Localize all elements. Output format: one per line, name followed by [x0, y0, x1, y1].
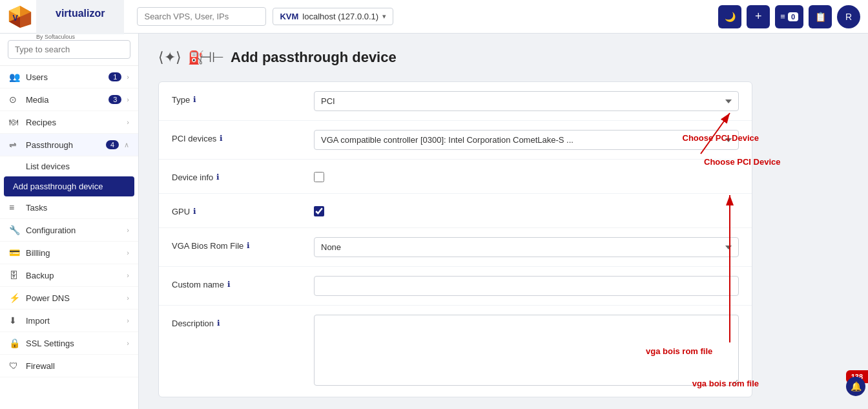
passthrough-icon: ⇌ [9, 140, 21, 150]
type-select[interactable]: PCI USB [314, 91, 739, 111]
gpu-label: GPU ℹ [172, 203, 301, 216]
media-icon: ⊙ [9, 94, 21, 105]
pci-devices-label: PCI devices ℹ [172, 130, 301, 143]
chevron-right-icon: › [127, 249, 129, 257]
power-dns-icon: ⚡ [9, 293, 21, 303]
submit-row: Add passthrough device [158, 397, 752, 409]
user-avatar-button[interactable]: R [837, 5, 860, 28]
type-info-icon[interactable]: ℹ [193, 95, 196, 104]
usb-icon: ⟨✦⟩ [158, 49, 181, 66]
list-icon: ≡ [780, 12, 785, 21]
layout: 👥 Users 1 › ⊙ Media 3 › 🍽 Recipes › ⇌ Pa… [0, 34, 868, 409]
pci-devices-select[interactable]: VGA compatible controller [0300]: Intel … [314, 130, 739, 150]
list-devices-label: List devices [26, 162, 70, 171]
gpu-control [314, 203, 739, 218]
vga-bios-select[interactable]: None [314, 237, 739, 257]
description-label: Description ℹ [172, 315, 301, 328]
sidebar-label-tasks: Tasks [26, 203, 129, 213]
custom-name-input[interactable] [314, 276, 739, 296]
logo-text: virtualizor By Softaculous [36, 0, 124, 41]
header-icons: 🌙 + ≡ 0 📋 R [718, 5, 860, 28]
sidebar-item-billing[interactable]: 💳 Billling › [0, 242, 138, 264]
description-info-icon[interactable]: ℹ [217, 319, 220, 328]
custom-name-row: Custom name ℹ [159, 267, 752, 306]
billing-icon: 💳 [9, 247, 21, 258]
users-icon: 👥 [9, 72, 21, 82]
pci-devices-info-icon[interactable]: ℹ [220, 134, 223, 143]
device-info-control [314, 169, 739, 184]
sidebar-label-import: Import [26, 316, 121, 326]
bell-icon: 🔔 [851, 381, 862, 392]
description-row: Description ℹ [159, 306, 752, 397]
page-title: Add passthrough device [231, 49, 397, 66]
add-button[interactable]: + [747, 5, 770, 28]
chevron-right-icon: › [127, 96, 129, 103]
sidebar-subitem-add-passthrough[interactable]: Add passthrough device [4, 176, 134, 196]
type-control: PCI USB [314, 91, 739, 111]
configuration-icon: 🔧 [9, 225, 21, 235]
backup-icon: 🗄 [9, 270, 21, 280]
header: V virtualizor By Softaculous KVM localho… [0, 0, 868, 34]
doc-button[interactable]: 📋 [809, 5, 832, 28]
sidebar-item-recipes[interactable]: 🍽 Recipes › [0, 111, 138, 134]
gpu-checkbox[interactable] [314, 206, 324, 216]
notification-bell[interactable]: 🔔 [846, 377, 865, 396]
recipes-icon: 🍽 [9, 117, 21, 127]
chevron-right-icon: › [127, 294, 129, 302]
global-search-input[interactable] [137, 7, 266, 26]
chevron-right-icon: › [127, 339, 129, 347]
logo-icon: V [8, 5, 32, 29]
sidebar-item-configuration[interactable]: 🔧 Configuration › [0, 219, 138, 242]
gpu-info-icon[interactable]: ℹ [193, 207, 196, 216]
sidebar-item-media[interactable]: ⊙ Media 3 › [0, 89, 138, 111]
ssl-icon: 🔒 [9, 338, 21, 348]
sidebar-label-ssl-settings: SSL Settings [26, 339, 121, 348]
list-badge-count: 0 [788, 12, 798, 21]
sidebar-item-users[interactable]: 👥 Users 1 › [0, 66, 138, 89]
device-info-row: Device info ℹ [159, 160, 752, 194]
moon-icon: 🌙 [725, 12, 736, 22]
sidebar-label-passthrough: Passthrough [26, 140, 101, 150]
chevron-right-icon: › [127, 73, 129, 81]
doc-icon: 📋 [815, 12, 826, 22]
add-passthrough-label: Add passthrough device [13, 182, 103, 191]
sidebar-item-tasks[interactable]: ≡ Tasks [0, 196, 138, 219]
vga-bios-control: None [314, 237, 739, 257]
sidebar-label-power-dns: Power DNS [26, 293, 121, 303]
description-textarea[interactable] [314, 315, 739, 386]
sidebar: 👥 Users 1 › ⊙ Media 3 › 🍽 Recipes › ⇌ Pa… [0, 34, 139, 409]
kvm-label: KVM [280, 12, 298, 21]
sidebar-item-power-dns[interactable]: ⚡ Power DNS › [0, 287, 138, 309]
sidebar-item-firewall[interactable]: 🛡 Firewall [0, 355, 138, 377]
import-icon: ⬇ [9, 315, 21, 326]
kvm-selector[interactable]: KVM localhost (127.0.0.1) ▾ [273, 8, 393, 25]
kvm-host: localhost (127.0.0.1) [302, 12, 378, 21]
chevron-up-icon: ∧ [124, 141, 129, 149]
sidebar-item-passthrough[interactable]: ⇌ Passthrough 4 ∧ [0, 134, 138, 156]
sidebar-label-firewall: Firewall [26, 361, 129, 371]
chevron-right-icon: › [127, 118, 129, 126]
sidebar-item-import[interactable]: ⬇ Import › [0, 309, 138, 332]
media-badge: 3 [108, 95, 121, 104]
gpu-row: GPU ℹ [159, 194, 752, 228]
vga-bios-info-icon[interactable]: ℹ [247, 241, 250, 250]
device-info-icon[interactable]: ℹ [216, 173, 220, 182]
sidebar-item-backup[interactable]: 🗄 Backup › [0, 264, 138, 287]
user-initial: R [845, 12, 852, 22]
sidebar-label-backup: Backup [26, 271, 121, 280]
sidebar-search-input[interactable] [8, 40, 130, 59]
chevron-right-icon: › [127, 317, 129, 324]
firewall-icon: 🛡 [9, 361, 21, 371]
device-info-checkbox[interactable] [314, 172, 324, 182]
custom-name-info-icon[interactable]: ℹ [227, 280, 231, 289]
main-content: ⟨✦⟩ ⛽ ⊣⊢ Add passthrough device Type ℹ [139, 34, 868, 409]
annotation-area: Type ℹ PCI USB PCI devices ℹ [158, 81, 752, 409]
sidebar-label-users: Users [26, 72, 103, 82]
sidebar-subitem-list-devices[interactable]: List devices [0, 156, 138, 176]
dark-mode-button[interactable]: 🌙 [718, 5, 741, 28]
chevron-down-icon: ▾ [382, 12, 386, 21]
list-badge-button[interactable]: ≡ 0 [775, 5, 803, 28]
plus-icon: + [755, 10, 762, 23]
sidebar-item-ssl-settings[interactable]: 🔒 SSL Settings › [0, 332, 138, 355]
sidebar-label-media: Media [26, 95, 103, 105]
